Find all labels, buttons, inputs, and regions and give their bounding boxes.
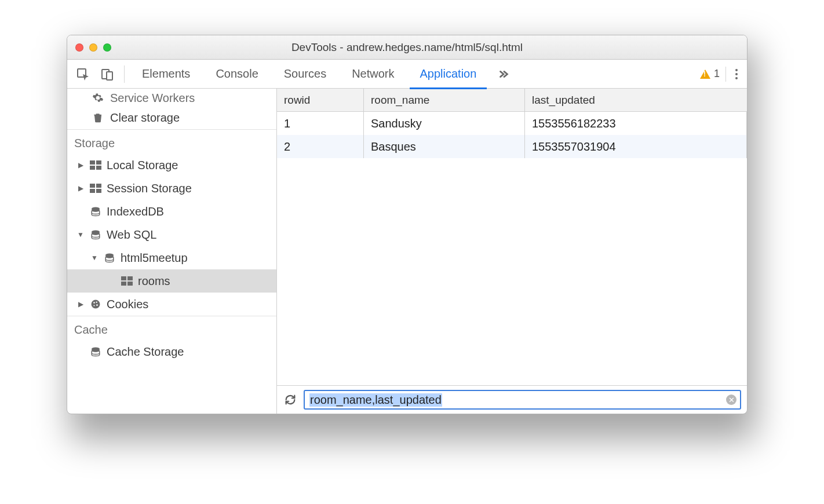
- table-row[interactable]: 2 Basques 1553557031904: [277, 135, 747, 158]
- collapse-arrow-icon: ▼: [76, 231, 85, 239]
- sidebar-item-label: Service Workers: [110, 92, 195, 105]
- separator: [725, 67, 726, 82]
- column-header[interactable]: room_name: [364, 89, 525, 111]
- tree-item-rooms[interactable]: rooms: [67, 269, 276, 293]
- table-cell: 2: [277, 135, 364, 158]
- svg-rect-17: [127, 282, 133, 286]
- svg-rect-16: [121, 282, 126, 286]
- svg-rect-2: [107, 72, 112, 80]
- svg-point-20: [96, 302, 97, 303]
- svg-rect-14: [121, 276, 126, 280]
- svg-rect-4: [96, 160, 101, 165]
- minimize-window-button[interactable]: [89, 43, 97, 52]
- sidebar-item-service-workers[interactable]: Service Workers: [67, 90, 276, 106]
- svg-point-21: [96, 304, 98, 306]
- device-toolbar-icon[interactable]: [97, 64, 117, 84]
- svg-point-19: [93, 302, 95, 304]
- database-icon: [89, 206, 102, 217]
- tab-label: Elements: [142, 67, 190, 81]
- sql-input-text: room_name,last_updated: [309, 393, 442, 407]
- table-panel: rowid room_name last_updated 1 Sandusky …: [277, 89, 747, 414]
- tree-item-label: Cookies: [107, 298, 148, 311]
- sidebar-group-cache: Cache: [67, 316, 276, 340]
- tree-item-session-storage[interactable]: ▶ Session Storage: [67, 177, 276, 200]
- database-icon: [89, 346, 102, 357]
- tab-label: Console: [216, 67, 258, 81]
- table-cell: 1553556182233: [525, 112, 747, 135]
- warnings-count: 1: [714, 68, 720, 80]
- tree-item-label: Cache Storage: [107, 345, 184, 359]
- tab-label: Application: [420, 67, 477, 81]
- separator: [124, 65, 125, 83]
- table-row[interactable]: 1 Sandusky 1553556182233: [277, 112, 747, 135]
- warning-icon: [700, 70, 710, 79]
- window-title: DevTools - andrew.hedges.name/html5/sql.…: [67, 41, 747, 54]
- expand-arrow-icon: ▶: [76, 300, 85, 308]
- svg-rect-5: [90, 166, 95, 170]
- more-tabs-button[interactable]: [491, 68, 516, 81]
- table-cell: Basques: [364, 135, 525, 158]
- tree-item-cache-storage[interactable]: Cache Storage: [67, 340, 276, 363]
- application-sidebar: Service Workers Clear storage Storage ▶: [67, 89, 277, 414]
- sql-console: room_name,last_updated ✕: [277, 386, 747, 414]
- zoom-window-button[interactable]: [103, 43, 111, 52]
- tree-item-html5meetup[interactable]: ▼ html5meetup: [67, 246, 276, 269]
- cookie-icon: [89, 299, 102, 309]
- column-header[interactable]: rowid: [277, 89, 364, 111]
- tab-label: Network: [352, 67, 394, 81]
- trash-icon: [92, 111, 104, 124]
- tree-item-cookies[interactable]: ▶ Cookies: [67, 293, 276, 316]
- tab-network[interactable]: Network: [341, 60, 404, 89]
- tab-sources[interactable]: Sources: [274, 60, 337, 89]
- svg-rect-8: [96, 184, 101, 188]
- sidebar-group-storage: Storage: [67, 129, 276, 154]
- table-body: 1 Sandusky 1553556182233 2 Basques 15535…: [277, 112, 747, 385]
- tab-label: Sources: [284, 67, 326, 81]
- devtools-toolbar: Elements Console Sources Network Applica…: [67, 60, 747, 89]
- data-table: rowid room_name last_updated 1 Sandusky …: [277, 89, 747, 386]
- tree-item-label: IndexedDB: [107, 205, 164, 218]
- inspect-element-icon[interactable]: [73, 64, 93, 84]
- tree-item-label: html5meetup: [121, 251, 188, 265]
- tree-item-label: Session Storage: [107, 182, 192, 195]
- close-window-button[interactable]: [75, 43, 83, 52]
- refresh-button[interactable]: [283, 392, 298, 407]
- svg-rect-3: [90, 160, 95, 165]
- table-header: rowid room_name last_updated: [277, 89, 747, 112]
- clear-input-button[interactable]: ✕: [726, 395, 737, 405]
- tree-item-indexeddb[interactable]: IndexedDB: [67, 200, 276, 223]
- table-cell: Sandusky: [364, 112, 525, 135]
- svg-rect-7: [90, 184, 95, 188]
- expand-arrow-icon: ▶: [76, 161, 85, 169]
- column-header[interactable]: last_updated: [525, 89, 747, 111]
- tree-item-web-sql[interactable]: ▼ Web SQL: [67, 223, 276, 246]
- database-icon: [89, 229, 102, 240]
- tree-item-local-storage[interactable]: ▶ Local Storage: [67, 154, 276, 177]
- sidebar-item-clear-storage[interactable]: Clear storage: [67, 106, 276, 129]
- grid-icon: [89, 183, 102, 193]
- devtools-window: DevTools - andrew.hedges.name/html5/sql.…: [67, 35, 748, 414]
- window-controls: [75, 43, 111, 52]
- sidebar-item-label: Clear storage: [110, 111, 180, 125]
- grid-icon: [121, 276, 133, 286]
- expand-arrow-icon: ▶: [76, 184, 85, 192]
- tree-item-label: Web SQL: [107, 228, 156, 242]
- sql-input[interactable]: room_name,last_updated ✕: [304, 390, 741, 410]
- gear-icon: [92, 92, 104, 104]
- column-label: last_updated: [532, 94, 595, 107]
- settings-menu-button[interactable]: [732, 69, 741, 79]
- tab-application[interactable]: Application: [410, 60, 487, 89]
- table-cell: 1: [277, 112, 364, 135]
- tab-console[interactable]: Console: [205, 60, 268, 89]
- svg-point-18: [92, 300, 100, 309]
- tab-elements[interactable]: Elements: [132, 60, 200, 89]
- svg-rect-10: [96, 189, 101, 193]
- svg-rect-9: [90, 189, 95, 193]
- database-icon: [103, 253, 116, 263]
- svg-point-22: [93, 305, 94, 306]
- warnings-badge[interactable]: 1: [700, 68, 720, 80]
- collapse-arrow-icon: ▼: [90, 254, 99, 262]
- svg-rect-15: [127, 276, 133, 280]
- titlebar: DevTools - andrew.hedges.name/html5/sql.…: [67, 35, 747, 60]
- grid-icon: [89, 160, 102, 170]
